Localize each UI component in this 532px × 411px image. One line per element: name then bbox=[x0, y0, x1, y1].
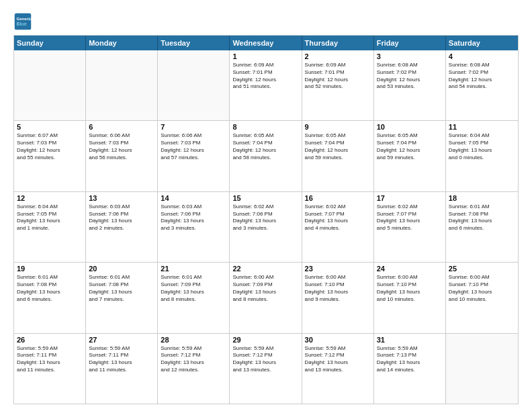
day-number: 25 bbox=[449, 265, 515, 273]
header-day-wednesday: Wednesday bbox=[230, 36, 302, 50]
calendar-cell bbox=[158, 50, 230, 120]
calendar-cell: 18Sunrise: 6:01 AM Sunset: 7:08 PM Dayli… bbox=[446, 192, 518, 262]
calendar-cell: 21Sunrise: 6:01 AM Sunset: 7:09 PM Dayli… bbox=[158, 263, 230, 332]
calendar-row: 26Sunrise: 5:59 AM Sunset: 7:11 PM Dayli… bbox=[14, 334, 518, 404]
logo: General Blue bbox=[13, 12, 35, 31]
calendar-cell: 27Sunrise: 5:59 AM Sunset: 7:11 PM Dayli… bbox=[86, 334, 158, 404]
cell-info: Sunrise: 5:59 AM Sunset: 7:13 PM Dayligh… bbox=[377, 345, 443, 374]
day-number: 15 bbox=[232, 194, 298, 202]
cell-info: Sunrise: 5:59 AM Sunset: 7:11 PM Dayligh… bbox=[17, 345, 83, 374]
cell-info: Sunrise: 5:59 AM Sunset: 7:11 PM Dayligh… bbox=[89, 345, 154, 374]
day-number: 30 bbox=[305, 336, 371, 344]
cell-info: Sunrise: 6:02 AM Sunset: 7:07 PM Dayligh… bbox=[305, 203, 371, 232]
header-day-sunday: Sunday bbox=[14, 36, 86, 50]
day-number: 24 bbox=[377, 265, 443, 273]
calendar-cell: 20Sunrise: 6:01 AM Sunset: 7:08 PM Dayli… bbox=[86, 263, 158, 332]
day-number: 4 bbox=[449, 52, 515, 60]
day-number: 8 bbox=[232, 123, 298, 131]
cell-info: Sunrise: 6:04 AM Sunset: 7:05 PM Dayligh… bbox=[449, 132, 515, 161]
calendar-cell: 28Sunrise: 5:59 AM Sunset: 7:12 PM Dayli… bbox=[158, 334, 230, 404]
calendar-cell: 11Sunrise: 6:04 AM Sunset: 7:05 PM Dayli… bbox=[446, 121, 518, 191]
calendar-cell: 3Sunrise: 6:08 AM Sunset: 7:02 PM Daylig… bbox=[374, 50, 446, 120]
calendar-cell bbox=[14, 50, 86, 120]
cell-info: Sunrise: 5:59 AM Sunset: 7:12 PM Dayligh… bbox=[232, 345, 298, 374]
day-number: 17 bbox=[377, 194, 443, 202]
day-number: 7 bbox=[161, 123, 226, 131]
calendar-cell: 22Sunrise: 6:00 AM Sunset: 7:09 PM Dayli… bbox=[230, 263, 302, 332]
cell-info: Sunrise: 6:05 AM Sunset: 7:04 PM Dayligh… bbox=[305, 132, 371, 161]
day-number: 1 bbox=[232, 52, 298, 60]
day-number: 10 bbox=[377, 123, 443, 131]
calendar-cell: 15Sunrise: 6:02 AM Sunset: 7:06 PM Dayli… bbox=[230, 192, 302, 262]
calendar-cell: 1Sunrise: 6:09 AM Sunset: 7:01 PM Daylig… bbox=[230, 50, 302, 120]
day-number: 3 bbox=[377, 52, 443, 60]
day-number: 20 bbox=[89, 265, 154, 273]
cell-info: Sunrise: 6:07 AM Sunset: 7:03 PM Dayligh… bbox=[17, 132, 83, 161]
cell-info: Sunrise: 6:08 AM Sunset: 7:02 PM Dayligh… bbox=[449, 62, 515, 91]
calendar-cell bbox=[446, 334, 518, 404]
day-number: 14 bbox=[161, 194, 226, 202]
day-number: 2 bbox=[305, 52, 371, 60]
cell-info: Sunrise: 6:05 AM Sunset: 7:04 PM Dayligh… bbox=[377, 132, 443, 161]
cell-info: Sunrise: 6:02 AM Sunset: 7:06 PM Dayligh… bbox=[232, 203, 298, 232]
calendar-cell: 14Sunrise: 6:03 AM Sunset: 7:06 PM Dayli… bbox=[158, 192, 230, 262]
cell-info: Sunrise: 6:00 AM Sunset: 7:10 PM Dayligh… bbox=[305, 274, 371, 303]
cell-info: Sunrise: 6:01 AM Sunset: 7:08 PM Dayligh… bbox=[449, 203, 515, 232]
day-number: 9 bbox=[305, 123, 371, 131]
day-number: 6 bbox=[89, 123, 154, 131]
calendar-row: 12Sunrise: 6:04 AM Sunset: 7:05 PM Dayli… bbox=[14, 192, 518, 263]
cell-info: Sunrise: 6:05 AM Sunset: 7:04 PM Dayligh… bbox=[232, 132, 298, 161]
calendar-header: SundayMondayTuesdayWednesdayThursdayFrid… bbox=[14, 36, 518, 50]
cell-info: Sunrise: 6:03 AM Sunset: 7:06 PM Dayligh… bbox=[89, 203, 154, 232]
calendar-row: 5Sunrise: 6:07 AM Sunset: 7:03 PM Daylig… bbox=[14, 121, 518, 191]
logo-icon: General Blue bbox=[13, 12, 32, 31]
day-number: 26 bbox=[17, 336, 83, 344]
day-number: 21 bbox=[161, 265, 226, 273]
cell-info: Sunrise: 6:01 AM Sunset: 7:08 PM Dayligh… bbox=[17, 274, 83, 303]
day-number: 11 bbox=[449, 123, 515, 131]
header-day-tuesday: Tuesday bbox=[158, 36, 230, 50]
day-number: 19 bbox=[17, 265, 83, 273]
cell-info: Sunrise: 6:00 AM Sunset: 7:10 PM Dayligh… bbox=[377, 274, 443, 303]
cell-info: Sunrise: 6:04 AM Sunset: 7:05 PM Dayligh… bbox=[17, 203, 83, 232]
cell-info: Sunrise: 5:59 AM Sunset: 7:12 PM Dayligh… bbox=[161, 345, 226, 374]
calendar-cell: 17Sunrise: 6:02 AM Sunset: 7:07 PM Dayli… bbox=[374, 192, 446, 262]
day-number: 31 bbox=[377, 336, 443, 344]
cell-info: Sunrise: 6:00 AM Sunset: 7:09 PM Dayligh… bbox=[232, 274, 298, 303]
calendar-cell: 24Sunrise: 6:00 AM Sunset: 7:10 PM Dayli… bbox=[374, 263, 446, 332]
calendar-cell: 10Sunrise: 6:05 AM Sunset: 7:04 PM Dayli… bbox=[374, 121, 446, 191]
day-number: 5 bbox=[17, 123, 83, 131]
day-number: 18 bbox=[449, 194, 515, 202]
cell-info: Sunrise: 6:08 AM Sunset: 7:02 PM Dayligh… bbox=[377, 62, 443, 91]
day-number: 16 bbox=[305, 194, 371, 202]
cell-info: Sunrise: 6:00 AM Sunset: 7:10 PM Dayligh… bbox=[449, 274, 515, 303]
day-number: 29 bbox=[232, 336, 298, 344]
calendar-cell: 29Sunrise: 5:59 AM Sunset: 7:12 PM Dayli… bbox=[230, 334, 302, 404]
cell-info: Sunrise: 6:09 AM Sunset: 7:01 PM Dayligh… bbox=[232, 62, 298, 91]
calendar-cell: 12Sunrise: 6:04 AM Sunset: 7:05 PM Dayli… bbox=[14, 192, 86, 262]
calendar-cell: 4Sunrise: 6:08 AM Sunset: 7:02 PM Daylig… bbox=[446, 50, 518, 120]
calendar-cell: 19Sunrise: 6:01 AM Sunset: 7:08 PM Dayli… bbox=[14, 263, 86, 332]
cell-info: Sunrise: 6:02 AM Sunset: 7:07 PM Dayligh… bbox=[377, 203, 443, 232]
calendar-cell: 7Sunrise: 6:06 AM Sunset: 7:03 PM Daylig… bbox=[158, 121, 230, 191]
cell-info: Sunrise: 6:01 AM Sunset: 7:08 PM Dayligh… bbox=[89, 274, 154, 303]
cell-info: Sunrise: 6:09 AM Sunset: 7:01 PM Dayligh… bbox=[305, 62, 371, 91]
day-number: 28 bbox=[161, 336, 226, 344]
calendar-cell: 26Sunrise: 5:59 AM Sunset: 7:11 PM Dayli… bbox=[14, 334, 86, 404]
calendar-cell: 23Sunrise: 6:00 AM Sunset: 7:10 PM Dayli… bbox=[302, 263, 374, 332]
page: General Blue SundayMondayTuesdayWednesda… bbox=[0, 0, 532, 411]
calendar: SundayMondayTuesdayWednesdayThursdayFrid… bbox=[13, 35, 519, 404]
day-number: 13 bbox=[89, 194, 154, 202]
header-day-friday: Friday bbox=[374, 36, 446, 50]
calendar-cell: 9Sunrise: 6:05 AM Sunset: 7:04 PM Daylig… bbox=[302, 121, 374, 191]
calendar-row: 19Sunrise: 6:01 AM Sunset: 7:08 PM Dayli… bbox=[14, 263, 518, 333]
calendar-cell: 2Sunrise: 6:09 AM Sunset: 7:01 PM Daylig… bbox=[302, 50, 374, 120]
header: General Blue bbox=[13, 12, 519, 31]
cell-info: Sunrise: 6:01 AM Sunset: 7:09 PM Dayligh… bbox=[161, 274, 226, 303]
cell-info: Sunrise: 6:03 AM Sunset: 7:06 PM Dayligh… bbox=[161, 203, 226, 232]
header-day-thursday: Thursday bbox=[302, 36, 374, 50]
day-number: 23 bbox=[305, 265, 371, 273]
header-day-monday: Monday bbox=[86, 36, 158, 50]
cell-info: Sunrise: 6:06 AM Sunset: 7:03 PM Dayligh… bbox=[89, 132, 154, 161]
calendar-cell: 25Sunrise: 6:00 AM Sunset: 7:10 PM Dayli… bbox=[446, 263, 518, 332]
